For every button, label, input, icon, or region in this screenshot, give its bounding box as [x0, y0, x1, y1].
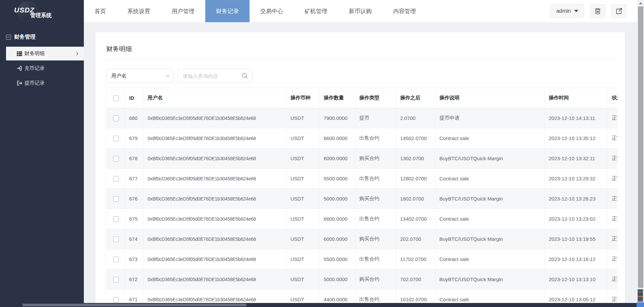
cell-id: 672 [125, 269, 144, 290]
cell-time: 2023-12-10 13:35:12 [545, 128, 608, 148]
cell-status: 正常 [608, 269, 618, 290]
sidebar-item-label: 财务明细 [24, 50, 45, 57]
nav-tab-5[interactable]: 交易中心 [250, 0, 294, 22]
cell-status: 正常 [608, 128, 618, 148]
cell-coin: USDT [286, 269, 320, 290]
table-row: 6760xBf0cD365Ec3eD5f05d0E76DE1b30458E5b6… [107, 189, 618, 209]
cell-coin: USDT [286, 128, 320, 148]
sidebar: 财务管理 财务明细充币记录提币记录 [0, 22, 84, 307]
cell-after: 13402.0700 [396, 209, 435, 229]
cell-id: 676 [125, 189, 144, 209]
sidebar-group-finance[interactable]: 财务管理 [0, 22, 84, 47]
collapse-icon [6, 35, 11, 40]
cell-coin: USDT [286, 229, 320, 249]
cell-amount: 5000.0000 [320, 269, 355, 290]
cell-coin: USDT [286, 108, 320, 128]
row-checkbox[interactable] [113, 136, 119, 141]
export-button[interactable] [611, 4, 626, 18]
cell-type: 出售合约 [355, 209, 396, 229]
content-card: 财务明细 用户名 [96, 32, 625, 307]
nav-tab-6[interactable]: 矿机管理 [294, 0, 338, 22]
vertical-scrollbar[interactable] [637, 0, 644, 307]
cell-username: 0xBf0cD365Ec3eD5f05d0E76DE1b30458E5b624e… [144, 209, 286, 229]
search-input[interactable] [183, 73, 241, 79]
vertical-scrollbar-thumb[interactable] [638, 6, 643, 288]
records-table-container: ID用户名操作币种操作数量操作类型操作之后操作说明操作时间状态 6800xBf0… [106, 88, 618, 307]
row-checkbox[interactable] [113, 236, 119, 242]
sidebar-item-1[interactable]: 财务明细 [6, 47, 84, 60]
table-row: 6720xBf0cD365Ec3eD5f05d0E76DE1b30458E5b6… [107, 269, 618, 290]
cell-after: 11702.0700 [396, 249, 435, 269]
column-header-7: 操作说明 [435, 88, 545, 108]
column-header-4: 操作数量 [320, 88, 355, 108]
cell-id: 679 [125, 128, 144, 148]
select-all-checkbox[interactable] [113, 95, 119, 101]
cell-status: 正常 [608, 148, 618, 169]
chevron-down-icon [166, 73, 169, 77]
cell-status: 正常 [608, 189, 618, 209]
row-checkbox[interactable] [113, 257, 119, 262]
cell-amount: 7900.0000 [320, 108, 355, 128]
cell-id: 674 [125, 229, 144, 249]
row-checkbox[interactable] [113, 196, 119, 202]
cell-username: 0xBf0cD365Ec3eD5f05d0E76DE1b30458E5b624e… [144, 128, 286, 148]
cell-amount: 6000.0000 [320, 229, 355, 249]
cell-desc: Contract sale [435, 128, 545, 148]
cell-desc: 提币申请 [435, 108, 545, 128]
row-checkbox[interactable] [113, 216, 119, 222]
cell-id: 677 [125, 169, 144, 189]
nav-tab-4[interactable]: 财务记录 [205, 0, 250, 22]
sidebar-item-label: 充币记录 [24, 65, 45, 72]
cell-type: 购买合约 [355, 269, 396, 290]
app-logo: USDZ 管理系统 [0, 0, 84, 22]
sidebar-item-3[interactable]: 提币记录 [0, 76, 84, 90]
column-header-2: 用户名 [144, 88, 286, 108]
user-menu-button[interactable]: admin [550, 4, 584, 18]
table-row: 6800xBf0cD365Ec3eD5f05d0E76DE1b30458E5b6… [107, 108, 618, 128]
trash-button[interactable] [590, 4, 605, 18]
cell-type: 购买合约 [355, 189, 396, 209]
cell-amount: 5000.0000 [320, 189, 355, 209]
column-header-9: 状态 [608, 88, 618, 108]
sidebar-item-2[interactable]: 充币记录 [0, 61, 84, 75]
cell-desc: BuyBTC/USDTQuick Margin [435, 189, 545, 209]
row-checkbox[interactable] [113, 297, 119, 303]
corner-widget [637, 288, 644, 307]
nav-tab-7[interactable]: 新币认购 [338, 0, 382, 22]
nav-tab-3[interactable]: 用户管理 [161, 0, 205, 22]
horizontal-scrollbar[interactable] [0, 303, 637, 307]
sidebar-group-label: 财务管理 [14, 34, 36, 41]
cell-id: 678 [125, 148, 144, 169]
cell-type: 出售合约 [355, 169, 396, 189]
nav-tab-8[interactable]: 内容管理 [382, 0, 427, 22]
row-checkbox[interactable] [113, 156, 119, 162]
table-row: 6770xBf0cD365Ec3eD5f05d0E76DE1b30458E5b6… [107, 169, 618, 189]
row-checkbox[interactable] [113, 277, 119, 282]
cell-time: 2023-12-10 13:16:12 [545, 249, 608, 269]
cell-time: 2023-12-10 14:13:11 [545, 108, 608, 128]
cell-username: 0xBf0cD365Ec3eD5f05d0E76DE1b30458E5b624e… [144, 249, 286, 269]
cell-after: 1302.0700 [396, 148, 435, 169]
cell-amount: 6000.0000 [320, 148, 355, 169]
nav-tab-2[interactable]: 系统设置 [117, 0, 161, 22]
row-checkbox[interactable] [113, 176, 119, 182]
cell-desc: BuyBTC/USDTQuick Margin [435, 148, 545, 169]
horizontal-scrollbar-thumb[interactable] [22, 304, 247, 306]
search-field-select[interactable]: 用户名 [106, 69, 173, 83]
sidebar-item-label: 提币记录 [24, 80, 45, 86]
scroll-up-icon[interactable] [637, 0, 644, 6]
cell-status: 正常 [608, 209, 618, 229]
corner-blue-box [637, 302, 644, 307]
select-value: 用户名 [111, 73, 126, 79]
row-checkbox-cell [107, 269, 125, 290]
row-checkbox-cell [107, 229, 125, 249]
cell-coin: USDT [286, 169, 320, 189]
row-checkbox-cell [107, 189, 125, 209]
trash-icon [594, 7, 601, 15]
row-checkbox[interactable] [113, 116, 119, 121]
cell-time: 2023-12-10 13:29:32 [545, 169, 608, 189]
search-icon[interactable] [241, 73, 248, 79]
nav-tab-1[interactable]: 首页 [84, 0, 117, 22]
select-all-cell [107, 88, 125, 108]
cell-desc: Contract sale [435, 209, 545, 229]
